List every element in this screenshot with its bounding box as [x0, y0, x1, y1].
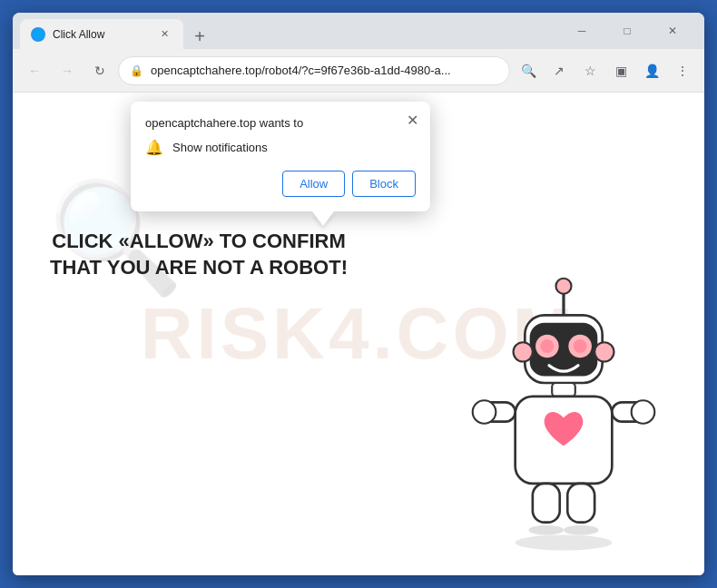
svg-point-1 [555, 279, 571, 294]
window-controls: ─ □ ✕ [561, 16, 697, 45]
svg-point-18 [529, 525, 564, 535]
close-button[interactable]: ✕ [652, 16, 693, 45]
title-bar: 🌐 Click Allow ✕ + ─ □ ✕ [13, 13, 704, 49]
tab-favicon: 🌐 [31, 27, 45, 42]
page-main-text: CLICK «ALLOW» TO CONFIRM THAT YOU ARE NO… [40, 229, 358, 280]
svg-point-9 [594, 342, 614, 361]
svg-point-20 [516, 534, 613, 550]
svg-rect-10 [552, 383, 575, 397]
svg-rect-17 [567, 484, 594, 523]
popup-notification-text: Show notifications [172, 141, 268, 154]
allow-button[interactable]: Allow [282, 171, 345, 197]
profile-icon[interactable]: 👤 [637, 56, 666, 85]
svg-point-7 [574, 339, 587, 353]
svg-point-15 [632, 400, 655, 424]
bell-icon: 🔔 [145, 139, 163, 156]
refresh-button[interactable]: ↻ [85, 56, 114, 85]
tab-title: Click Allow [53, 28, 149, 41]
menu-icon[interactable]: ⋮ [668, 56, 697, 85]
back-button[interactable]: ← [20, 56, 49, 85]
svg-point-14 [473, 400, 496, 424]
page-content: 🔍 RISK4.COM ✕ opencaptchahere.top wants … [13, 93, 704, 575]
svg-rect-16 [533, 484, 560, 523]
url-text: opencaptchahere.top/robot4/?c=9f67e36b-a… [151, 64, 498, 77]
popup-buttons: Allow Block [145, 171, 416, 197]
lock-icon: 🔒 [130, 64, 143, 77]
active-tab[interactable]: 🌐 Click Allow ✕ [20, 19, 183, 49]
popup-title: opencaptchahere.top wants to [145, 116, 416, 130]
toolbar-actions: 🔍 ↗ ☆ ▣ 👤 ⋮ [514, 56, 697, 85]
tab-area: 🌐 Click Allow ✕ + [20, 13, 561, 49]
robot-illustration [459, 267, 668, 557]
new-tab-button[interactable]: + [187, 24, 212, 49]
toolbar: ← → ↻ 🔒 opencaptchahere.top/robot4/?c=9f… [13, 49, 704, 93]
popup-notification-row: 🔔 Show notifications [145, 139, 416, 156]
address-bar[interactable]: 🔒 opencaptchahere.top/robot4/?c=9f67e36b… [118, 56, 510, 85]
speech-bubble-tail [312, 211, 334, 226]
search-icon[interactable]: 🔍 [514, 56, 543, 85]
minimize-button[interactable]: ─ [561, 16, 603, 45]
phone-icon[interactable]: ▣ [606, 56, 635, 85]
bookmark-icon[interactable]: ☆ [575, 56, 604, 85]
block-button[interactable]: Block [352, 171, 416, 197]
forward-button[interactable]: → [53, 56, 82, 85]
maximize-button[interactable]: □ [606, 16, 648, 45]
share-icon[interactable]: ↗ [545, 56, 574, 85]
tab-close-button[interactable]: ✕ [156, 26, 172, 43]
svg-point-8 [514, 342, 533, 361]
svg-point-6 [540, 339, 554, 353]
notification-popup: ✕ opencaptchahere.top wants to 🔔 Show no… [131, 102, 430, 211]
svg-point-19 [564, 525, 598, 535]
popup-close-button[interactable]: ✕ [401, 109, 423, 131]
browser-window: 🌐 Click Allow ✕ + ─ □ ✕ ← → ↻ 🔒 opencapt… [13, 13, 704, 575]
